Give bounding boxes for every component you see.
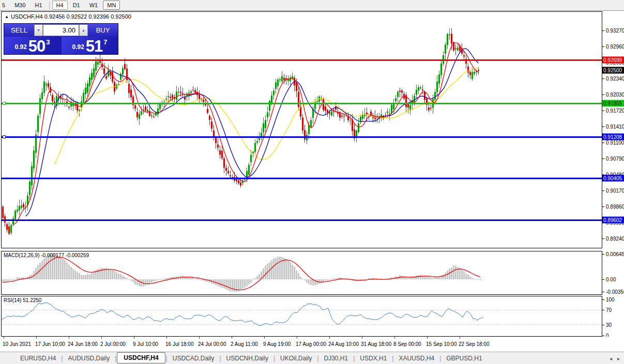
- timeframe-button-h1[interactable]: H1: [31, 1, 47, 10]
- rsi-tick: 70: [606, 307, 612, 313]
- axis-tick-mark: [602, 143, 604, 143]
- buy-price-quote[interactable]: 0.92 51 7: [62, 37, 118, 54]
- time-label: 2 Jul 00:00: [100, 341, 126, 347]
- time-axis[interactable]: 10 Jun 202117 Jun 10:0024 Jun 18:002 Jul…: [0, 337, 624, 352]
- buy-price-big: 51: [86, 40, 102, 53]
- time-tick-mark: [166, 337, 167, 339]
- price-tick: 0.91410: [606, 124, 624, 130]
- horizontal-line-0.90405[interactable]: [2, 178, 602, 179]
- horizontal-line-0.92699[interactable]: [2, 59, 602, 61]
- horizontal-line-0.89602[interactable]: [2, 219, 602, 221]
- current-price-label: 0.92500: [602, 67, 624, 74]
- price-axis[interactable]: 0.932700.929600.926500.923400.920300.917…: [602, 11, 624, 337]
- time-label: 9 Jul 10:00: [133, 341, 158, 347]
- time-tick-mark: [264, 337, 265, 339]
- volume-decrease-button[interactable]: ▼: [34, 24, 43, 36]
- buy-price-pipette: 7: [103, 38, 107, 46]
- rsi-label: RSI(14) 51.2250: [4, 297, 41, 303]
- hline-price-label: 0.92699: [602, 57, 624, 64]
- price-tick: 0.92340: [606, 76, 624, 82]
- axis-tick-mark: [602, 126, 604, 127]
- time-label: 24 Jul 00:00: [198, 341, 226, 347]
- chart-title: ▲USDCHF,H4 0.92456 0.92522 0.92396 0.925…: [5, 13, 131, 20]
- axis-tick-mark: [602, 110, 604, 111]
- chart-tab-gbpusd-h1[interactable]: GBPUSD,H1: [442, 353, 486, 363]
- horizontal-line-0.91208[interactable]: [2, 136, 602, 138]
- timeframe-button-h4[interactable]: H4: [52, 1, 68, 10]
- rsi-indicator-pane[interactable]: RSI(14) 51.2250: [1, 296, 602, 337]
- timeframe-button-w1[interactable]: W1: [85, 1, 102, 10]
- tab-separator: |: [273, 355, 275, 362]
- timeframe-button-5[interactable]: 5: [0, 1, 9, 10]
- chart-tab-usdcnh-daily[interactable]: USDCNH,Daily: [222, 353, 273, 363]
- tab-separator: |: [166, 355, 168, 362]
- macd-tick: -0.003507: [606, 289, 624, 295]
- chart-tab-eurusd-h4[interactable]: EURUSD,H4: [16, 353, 60, 363]
- axis-tick-mark: [602, 279, 604, 280]
- axis-tick-mark: [602, 191, 604, 191]
- buy-button[interactable]: BUY: [88, 24, 118, 37]
- tab-separator: |: [219, 355, 221, 362]
- time-label: 16 Jul 18:00: [165, 341, 194, 347]
- macd-tick: 0.00: [606, 277, 616, 282]
- time-tick-mark: [134, 337, 134, 339]
- axis-tick-mark: [602, 46, 604, 47]
- time-label: 22 Sep 18:00: [459, 341, 490, 347]
- rsi-tick: 30: [606, 322, 612, 328]
- line-drag-handle[interactable]: [3, 135, 6, 138]
- price-tick: 0.89860: [606, 204, 624, 210]
- price-tick: 0.92960: [606, 44, 624, 50]
- spinner-up-icon: ▲: [82, 28, 85, 32]
- line-drag-handle[interactable]: [3, 102, 6, 105]
- time-label: 31 Aug 18:00: [361, 341, 391, 347]
- chart-tab-usdcad-daily[interactable]: USDCAD,Daily: [168, 353, 219, 363]
- time-label: 24 Jun 18:00: [68, 341, 98, 347]
- chart-tab-usdchf-h4[interactable]: USDCHF,H4: [117, 352, 165, 363]
- macd-indicator-pane[interactable]: MACD(12,26,9) -0.000177 -0.000259: [1, 251, 602, 295]
- axis-tick-mark: [602, 336, 604, 336]
- main-chart-pane[interactable]: ▲USDCHF,H4 0.92456 0.92522 0.92396 0.925…: [1, 11, 602, 248]
- rsi-chart: [2, 296, 602, 336]
- timeframe-button-m30[interactable]: M30: [10, 1, 29, 10]
- volume-input[interactable]: 3.00: [43, 24, 79, 36]
- chart-tab-dj30-h1[interactable]: DJ30,H1: [319, 353, 353, 363]
- tab-scroll-arrows: ◂▸: [604, 356, 620, 361]
- timeframe-button-mn[interactable]: MN: [103, 1, 120, 10]
- macd-chart: [2, 251, 602, 294]
- spinner-down-icon: ▼: [37, 28, 40, 32]
- time-label: 8 Sep 00:00: [393, 341, 421, 347]
- tab-scroll-right-icon[interactable]: ▸: [617, 356, 620, 361]
- chart-tab-usdx-h1[interactable]: USDX,H1: [355, 353, 391, 363]
- horizontal-line-0.91855[interactable]: [2, 103, 602, 104]
- tab-separator: |: [353, 355, 355, 362]
- axis-tick-mark: [602, 310, 604, 310]
- sell-button[interactable]: SELL: [4, 24, 34, 37]
- tab-separator: |: [392, 355, 393, 362]
- price-tick: 0.90790: [606, 156, 624, 162]
- time-tick-mark: [69, 337, 69, 339]
- axis-tick-mark: [602, 78, 604, 79]
- time-label: 10 Jun 2021: [3, 341, 31, 347]
- chart-tab-ukoil-daily[interactable]: UKOil,Daily: [276, 353, 316, 363]
- chart-tab-xauusd-h4[interactable]: XAUUSD,H4: [394, 353, 439, 363]
- timeframe-button-d1[interactable]: D1: [69, 1, 84, 10]
- price-tick: 0.89240: [606, 236, 624, 242]
- time-label: 24 Aug 10:00: [328, 341, 359, 347]
- macd-tick: 0.006451: [606, 251, 624, 257]
- trade-panel-toggle-arrow[interactable]: ▲: [5, 14, 9, 19]
- time-tick-mark: [427, 337, 428, 339]
- chart-tab-audusd-daily[interactable]: AUDUSD,Daily: [63, 353, 114, 363]
- price-tick: 0.92030: [606, 92, 624, 98]
- volume-increase-button[interactable]: ▲: [79, 24, 88, 36]
- hline-price-label: 0.91855: [602, 100, 624, 107]
- axis-tick-mark: [602, 207, 604, 207]
- rsi-tick: 0: [606, 333, 609, 337]
- tab-scroll-left-icon[interactable]: ◂: [610, 356, 612, 361]
- time-label: 2 Aug 11:00: [231, 341, 258, 347]
- time-tick-mark: [297, 337, 297, 339]
- tab-separator: |: [317, 355, 318, 362]
- sell-price-prefix: 0.92: [14, 43, 26, 51]
- sell-price-quote[interactable]: 0.92 50 3: [4, 37, 60, 54]
- hline-price-label: 0.91208: [602, 134, 624, 140]
- axis-tick-mark: [602, 299, 604, 300]
